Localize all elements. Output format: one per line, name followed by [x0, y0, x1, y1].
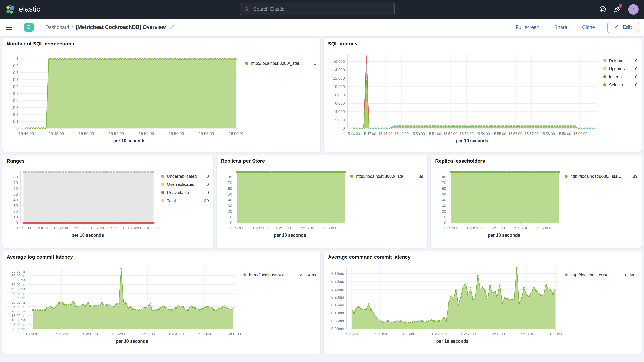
panel-title[interactable]: SQL queries: [328, 41, 638, 48]
svg-text:20: 20: [14, 209, 18, 214]
legend-dot-icon: [243, 273, 246, 276]
top-nav: elastic: [0, 0, 644, 18]
chart-sql-connections[interactable]: 00.10.20.30.40.50.60.70.80.9115:46:0015:…: [6, 48, 243, 148]
legend-label: Selects: [609, 82, 632, 87]
legend-value: 89: [204, 198, 209, 202]
svg-text:16:00:00: 16:00:00: [548, 332, 562, 336]
legend-item[interactable]: Deletes0: [603, 58, 638, 63]
panel-title[interactable]: Average log commit latency: [6, 254, 316, 261]
chart-legend: http://localhost:8080/_stat...1: [243, 48, 316, 148]
legend-dot-icon: [161, 182, 164, 186]
share-button[interactable]: Share: [552, 24, 570, 30]
chart-command-commit-latency[interactable]: 0.00ms0.05ms0.10ms0.15ms0.20ms0.25ms0.30…: [328, 261, 562, 350]
check-icon[interactable]: [169, 25, 174, 29]
svg-text:15:52:00: 15:52:00: [490, 226, 505, 230]
space-badge[interactable]: D: [24, 23, 34, 32]
svg-text:16,000: 16,000: [333, 59, 344, 64]
full-screen-button[interactable]: Full screen: [514, 24, 542, 30]
legend-item[interactable]: http://localhost:8080/_sta...89: [564, 174, 638, 178]
svg-text:15:56:00: 15:56:00: [489, 332, 504, 336]
elastic-logo[interactable]: elastic: [6, 4, 40, 14]
breadcrumb-dashboard[interactable]: Dashboard: [46, 24, 69, 30]
svg-text:per 10 seconds: per 10 seconds: [436, 339, 468, 344]
legend-item[interactable]: http://localhost:8080/_stat...1: [245, 60, 316, 66]
svg-text:50: 50: [228, 192, 232, 196]
svg-text:15:46:00: 15:46:00: [344, 332, 359, 336]
legend-value: 1: [314, 61, 316, 65]
legend-item[interactable]: Underreplicated0: [161, 174, 209, 178]
legend-label: Inserts: [609, 74, 632, 79]
svg-text:4,000: 4,000: [335, 110, 344, 114]
svg-text:0.15ms: 0.15ms: [331, 303, 344, 307]
svg-text:15.00ms: 15.00ms: [12, 314, 26, 318]
svg-text:20: 20: [228, 209, 232, 214]
svg-text:15:48:00: 15:48:00: [378, 132, 392, 136]
svg-text:15:55:00: 15:55:00: [299, 226, 314, 230]
area-chart: 0.00ms0.05ms0.10ms0.15ms0.20ms0.25ms0.30…: [328, 261, 562, 350]
svg-text:15:54:00: 15:54:00: [460, 332, 476, 336]
svg-text:2,000: 2,000: [335, 118, 344, 122]
chart-legend: http://localhost:808...22.74ms: [241, 261, 316, 350]
legend-item[interactable]: Inserts0: [603, 74, 638, 79]
panel-command-commit-latency: Average command commit latency 0.00ms0.0…: [323, 250, 642, 354]
legend-item[interactable]: http://localhost:808...22.74ms: [243, 272, 316, 277]
panel-title[interactable]: Ranges: [6, 158, 209, 165]
help-icon[interactable]: [599, 6, 606, 13]
legend-label: http://localhost:808...: [249, 272, 297, 277]
chart-replica-leaseholders[interactable]: 0102030405060708015:46:0015:49:0015:52:0…: [435, 165, 562, 244]
legend-item[interactable]: Selects0: [603, 82, 638, 87]
legend-item[interactable]: Unavailable0: [161, 190, 209, 195]
panel-log-commit-latency: Average log commit latency 0.00ms5.00ms1…: [2, 250, 321, 354]
legend-dot-icon: [564, 273, 568, 276]
svg-text:15:54:00: 15:54:00: [476, 132, 490, 136]
panel-title[interactable]: Replicas per Store: [221, 158, 423, 165]
legend-dot-icon: [603, 59, 606, 62]
svg-text:80: 80: [14, 175, 18, 179]
edit-button-label: Edit: [622, 24, 632, 30]
chart-ranges[interactable]: 0102030405060708015:46:0015:48:0015:50:0…: [6, 165, 159, 244]
svg-text:40: 40: [228, 198, 232, 202]
clone-button[interactable]: Clone: [580, 24, 597, 30]
legend-item[interactable]: http://localhost:8080...0.26ms: [564, 272, 638, 277]
panel-title[interactable]: Replica leaseholders: [435, 158, 638, 165]
legend-item[interactable]: Total89: [161, 198, 209, 203]
search-field[interactable]: [252, 6, 390, 12]
svg-text:15:52:00: 15:52:00: [431, 332, 446, 336]
svg-text:0.7: 0.7: [13, 78, 18, 82]
menu-icon[interactable]: [0, 18, 18, 36]
chart-replicas-per-store[interactable]: 0102030405060708015:46:0015:49:0015:52:0…: [221, 165, 348, 244]
legend-item[interactable]: http://localhost:8080/_sta...89: [350, 174, 423, 178]
chart-legend: Deletes0Updates0Inserts0Selects0: [601, 48, 638, 148]
svg-text:15:50:00: 15:50:00: [402, 332, 417, 336]
legend-dot-icon: [603, 75, 606, 78]
space-badge-wrap: D: [18, 18, 40, 36]
svg-text:40: 40: [442, 198, 446, 202]
svg-text:20.00ms: 20.00ms: [12, 309, 26, 313]
newsfeed-icon[interactable]: [614, 6, 621, 13]
legend-label: Overreplicated: [167, 182, 204, 186]
legend-label: Underreplicated: [167, 174, 204, 178]
page-title[interactable]: [Metricbeat CockroachDB] Overview: [76, 24, 166, 30]
panel-title[interactable]: Number of SQL connections: [6, 41, 316, 48]
panel-title[interactable]: Average command commit latency: [328, 254, 638, 261]
legend-label: Unavailable: [167, 190, 204, 194]
legend-dot-icon: [245, 62, 248, 64]
svg-text:0.5: 0.5: [13, 91, 18, 96]
svg-text:30: 30: [14, 204, 18, 208]
legend-label: http://localhost:8080/_stat...: [251, 61, 311, 65]
user-avatar[interactable]: r: [628, 4, 638, 14]
chart-log-commit-latency[interactable]: 0.00ms5.00ms10.00ms15.00ms20.00ms25.00ms…: [6, 261, 241, 350]
svg-text:15:46:00: 15:46:00: [443, 226, 458, 230]
breadcrumb-separator: /: [72, 24, 73, 30]
svg-text:0: 0: [342, 126, 344, 130]
legend-item[interactable]: Updates0: [603, 66, 638, 71]
svg-text:0.6: 0.6: [13, 84, 18, 89]
svg-text:0.35ms: 0.35ms: [331, 272, 344, 276]
svg-text:1: 1: [16, 57, 18, 61]
svg-text:80: 80: [442, 175, 446, 179]
pencil-icon: [614, 25, 620, 30]
chart-sql-queries[interactable]: 02,0004,0006,0008,00010,00012,00014,0001…: [328, 48, 601, 148]
search-input[interactable]: [240, 3, 395, 16]
legend-item[interactable]: Overreplicated0: [161, 182, 209, 186]
edit-button[interactable]: Edit: [608, 22, 639, 33]
